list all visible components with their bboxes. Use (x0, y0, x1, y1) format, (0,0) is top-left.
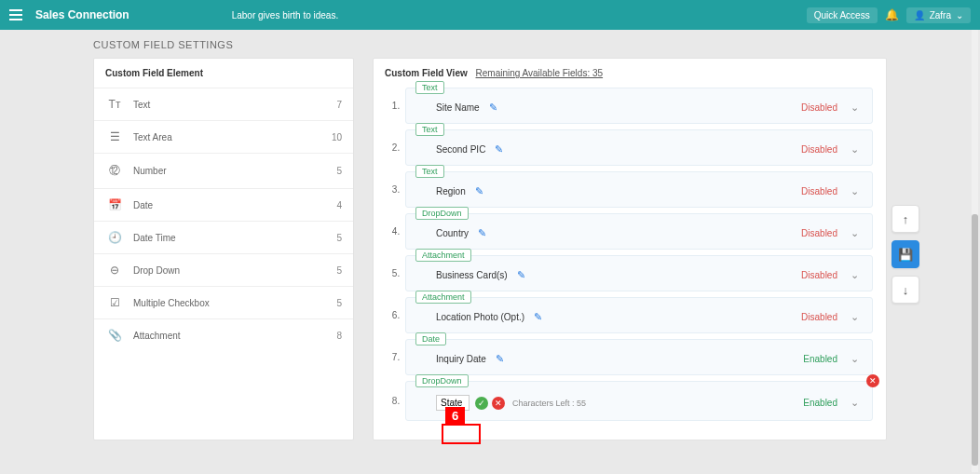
element-type-icon: 📎 (105, 329, 124, 342)
scroll-down-button[interactable]: ↓ (892, 276, 919, 304)
accept-icon[interactable]: ✓ (475, 397, 488, 410)
row-number: 6. (387, 297, 405, 333)
element-label: Text Area (133, 132, 332, 142)
user-name: Zafra (930, 10, 951, 20)
row-number: 1. (387, 88, 405, 124)
element-label: Date (133, 200, 336, 210)
field-type-badge: Attachment (415, 249, 471, 262)
edit-icon[interactable]: ✎ (475, 185, 483, 197)
field-card[interactable]: DropDownCountry✎Disabled⌄ (405, 213, 873, 250)
cancel-icon[interactable]: ✕ (492, 397, 505, 410)
custom-field-view-panel: Custom Field View Remaining Available Fi… (373, 58, 887, 440)
field-status: Enabled (803, 354, 837, 364)
page-title: CUSTOM FIELD SETTINGS (0, 30, 980, 58)
element-count: 5 (336, 265, 342, 276)
field-name-label: Country (436, 228, 469, 238)
row-number: 8. (387, 381, 405, 421)
element-label: Text (133, 100, 336, 110)
hamburger-icon[interactable] (9, 7, 26, 23)
expand-icon[interactable]: ⌄ (851, 143, 859, 156)
element-type-icon: ⊖ (105, 264, 124, 277)
row-number: 4. (387, 213, 405, 250)
field-row: 5.AttachmentBusiness Card(s)✎Disabled⌄ (387, 255, 873, 291)
element-type-icon: 📅 (105, 198, 124, 211)
tagline-text: Labor gives birth to ideas. (232, 10, 807, 20)
field-type-badge: Date (415, 332, 446, 345)
element-type-icon: ☑ (105, 296, 124, 309)
field-type-badge: DropDown (415, 374, 469, 387)
edit-icon[interactable]: ✎ (517, 269, 525, 281)
quick-access-button[interactable]: Quick Access (807, 7, 878, 23)
expand-icon[interactable]: ⌄ (851, 227, 859, 239)
element-row[interactable]: TтText7 (94, 88, 353, 120)
expand-icon[interactable]: ⌄ (851, 397, 859, 409)
field-name-label: Business Card(s) (436, 270, 508, 280)
scrollbar-thumb[interactable] (972, 214, 978, 466)
element-label: Date Time (133, 233, 336, 243)
element-type-icon: 🕘 (105, 231, 124, 244)
field-status: Disabled (801, 228, 837, 238)
expand-icon[interactable]: ⌄ (851, 102, 859, 114)
element-count: 5 (336, 233, 342, 243)
element-label: Multiple Checkbox (133, 298, 336, 308)
row-number: 3. (387, 171, 405, 208)
scroll-up-button[interactable]: ↑ (892, 205, 919, 233)
delete-icon[interactable]: ✕ (866, 374, 879, 387)
remaining-fields-link[interactable]: Remaining Available Fields: 35 (476, 68, 604, 78)
field-name-label: Site Name (436, 102, 480, 113)
field-name-label: Second PIC (436, 144, 485, 155)
element-row[interactable]: 📎Attachment8 (94, 318, 353, 351)
element-count: 10 (332, 132, 342, 142)
row-number: 5. (387, 255, 405, 291)
element-type-icon: ☰ (105, 130, 124, 143)
field-status: Disabled (801, 270, 837, 280)
bell-icon[interactable]: 🔔 (885, 8, 899, 21)
element-label: Drop Down (133, 265, 336, 276)
field-card[interactable]: AttachmentLocation Photo (Opt.)✎Disabled… (405, 297, 873, 333)
field-status: Enabled (803, 398, 837, 408)
element-count: 5 (336, 298, 342, 308)
floating-actions: ↑ 💾 ↓ (892, 205, 919, 304)
field-name-label: Inquiry Date (436, 354, 486, 364)
edit-icon[interactable]: ✎ (495, 143, 503, 156)
expand-icon[interactable]: ⌄ (851, 269, 859, 281)
user-menu[interactable]: 👤 Zafra ⌄ (906, 7, 971, 23)
characters-left-label: Characters Left : 55 (512, 399, 586, 408)
field-type-badge: Text (415, 81, 444, 94)
field-status: Disabled (801, 312, 837, 322)
field-card[interactable]: TextRegion✎Disabled⌄ (405, 171, 873, 208)
field-row: 2.TextSecond PIC✎Disabled⌄ (387, 129, 873, 166)
element-row[interactable]: ⊖Drop Down5 (94, 253, 353, 286)
expand-icon[interactable]: ⌄ (851, 185, 859, 197)
custom-field-element-panel: Custom Field Element TтText7☰Text Area10… (93, 58, 354, 440)
save-button[interactable]: 💾 (892, 240, 919, 268)
edit-icon[interactable]: ✎ (489, 102, 497, 114)
callout-marker-6: 6 (445, 407, 465, 425)
field-card[interactable]: DateInquiry Date✎Enabled⌄ (405, 339, 873, 375)
field-status: Disabled (801, 186, 837, 196)
field-card[interactable]: DropDown✕✓✕Characters Left : 55Enabled⌄ (405, 381, 873, 421)
field-card[interactable]: TextSite Name✎Disabled⌄ (405, 88, 873, 124)
field-type-badge: DropDown (415, 207, 469, 220)
element-row[interactable]: ⑫Number5 (94, 153, 353, 188)
edit-icon[interactable]: ✎ (478, 227, 486, 239)
element-count: 4 (336, 200, 342, 210)
edit-icon[interactable]: ✎ (496, 353, 504, 365)
field-type-badge: Text (415, 165, 444, 178)
element-label: Number (133, 166, 336, 176)
field-row: 3.TextRegion✎Disabled⌄ (387, 171, 873, 208)
field-row: 7.DateInquiry Date✎Enabled⌄ (387, 339, 873, 375)
edit-icon[interactable]: ✎ (534, 311, 542, 323)
field-card[interactable]: TextSecond PIC✎Disabled⌄ (405, 129, 873, 166)
expand-icon[interactable]: ⌄ (851, 311, 859, 323)
brand-label: Sales Connection (35, 8, 129, 21)
element-row[interactable]: 📅Date4 (94, 188, 353, 221)
element-row[interactable]: 🕘Date Time5 (94, 221, 353, 253)
right-panel-header: Custom Field View Remaining Available Fi… (374, 59, 886, 88)
field-row: 4.DropDownCountry✎Disabled⌄ (387, 213, 873, 250)
right-panel-title: Custom Field View (385, 68, 468, 78)
element-row[interactable]: ☑Multiple Checkbox5 (94, 286, 353, 318)
element-row[interactable]: ☰Text Area10 (94, 120, 353, 153)
field-card[interactable]: AttachmentBusiness Card(s)✎Disabled⌄ (405, 255, 873, 291)
expand-icon[interactable]: ⌄ (851, 353, 859, 365)
